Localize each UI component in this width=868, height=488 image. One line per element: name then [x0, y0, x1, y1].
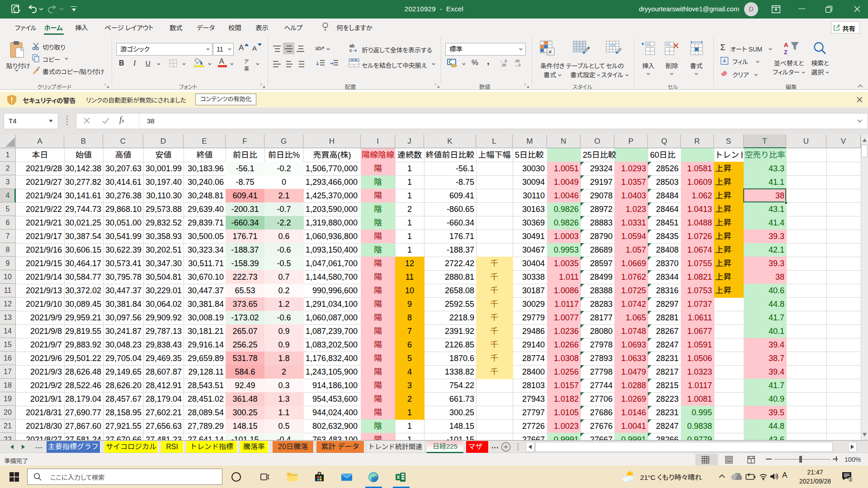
svg-text:c: c [349, 48, 352, 53]
svg-text:A: A [784, 42, 788, 48]
svg-text:→.0: →.0 [514, 63, 520, 67]
svg-text:ab: ab [315, 45, 321, 52]
svg-text:1: 1 [849, 477, 852, 482]
svg-text:X: X [396, 474, 400, 480]
svg-text:.00: .00 [501, 63, 506, 67]
svg-text:≠: ≠ [548, 48, 552, 55]
svg-text:Z: Z [784, 49, 788, 56]
